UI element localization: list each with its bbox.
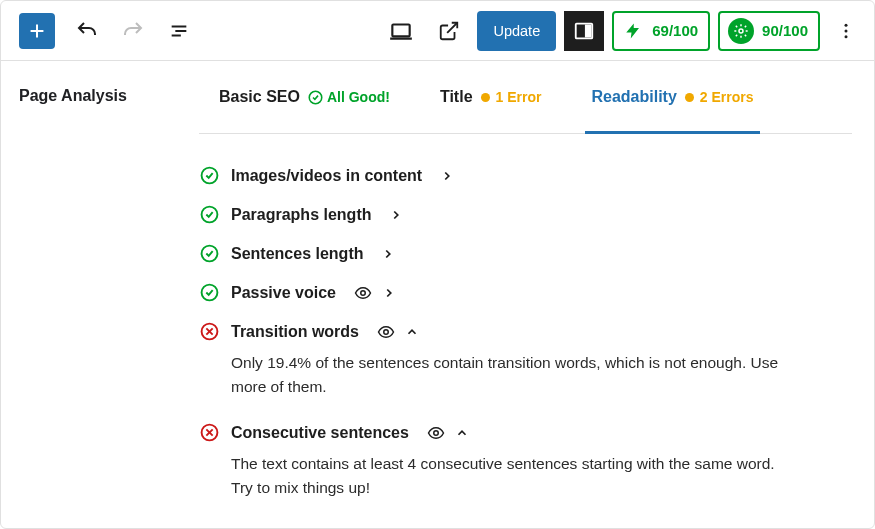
check-circle-icon [308,90,323,105]
svg-point-19 [361,290,366,295]
undo-button[interactable] [67,11,107,51]
check-paragraphs: Paragraphs length [199,195,852,234]
content-score-value: 90/100 [762,22,808,39]
more-options-button[interactable] [828,11,864,51]
expand-toggle[interactable] [389,208,403,222]
check-fail-icon [199,322,219,341]
check-images: Images/videos in content [199,156,852,195]
check-pass-icon [199,205,219,224]
tab-readability-status: 2 Errors [685,89,754,105]
dots-vertical-icon [836,21,856,41]
check-pass-icon [199,283,219,302]
panel-icon [573,20,595,42]
check-consecutive: Consecutive sentences The text contains … [199,413,852,514]
svg-point-11 [845,23,848,26]
check-images-label: Images/videos in content [231,167,422,185]
tab-title-label: Title [440,88,473,106]
list-indent-icon [168,20,190,42]
check-transition-desc: Only 19.4% of the sentences contain tran… [199,341,799,403]
warning-dot-icon [481,93,490,102]
check-transition: Transition words Only 19.4% of the sente… [199,312,852,413]
check-transition-label: Transition words [231,323,359,341]
svg-point-10 [739,29,743,33]
update-button-label: Update [493,23,540,39]
tab-basic-seo-label: Basic SEO [219,88,300,106]
chevron-right-icon [389,208,403,222]
collapse-toggle[interactable] [455,426,469,440]
undo-icon [75,19,99,43]
svg-point-12 [845,29,848,32]
chevron-right-icon [382,286,396,300]
svg-rect-5 [393,24,410,36]
check-paragraphs-label: Paragraphs length [231,206,371,224]
left-sidebar: Page Analysis [1,61,199,528]
chevron-up-icon [405,325,419,339]
update-button[interactable]: Update [477,11,556,51]
eye-icon [377,323,395,341]
gear-circle-icon [728,18,754,44]
open-external-button[interactable] [429,11,469,51]
check-pass-icon [199,166,219,185]
add-block-button[interactable] [19,13,55,49]
tab-readability[interactable]: Readability 2 Errors [591,61,753,133]
redo-icon [121,19,145,43]
check-pass-icon [199,244,219,263]
tab-basic-seo-status: All Good! [308,89,390,105]
preview-device-button[interactable] [381,11,421,51]
tab-title-status: 1 Error [481,89,542,105]
tab-title[interactable]: Title 1 Error [440,61,542,133]
expand-toggle[interactable] [440,169,454,183]
analysis-tabs: Basic SEO All Good! Title 1 Error Readab… [199,61,852,134]
highlight-toggle[interactable] [377,323,395,341]
check-passive: Passive voice [199,273,852,312]
svg-point-23 [384,329,389,334]
chevron-right-icon [381,247,395,261]
check-passive-label: Passive voice [231,284,336,302]
check-fail-icon [199,423,219,442]
svg-point-13 [845,35,848,38]
warning-dot-icon [685,93,694,102]
seo-score-badge[interactable]: 69/100 [612,11,710,51]
document-overview-button[interactable] [159,11,199,51]
plus-icon [26,20,48,42]
check-sentences-label: Sentences length [231,245,363,263]
check-consecutive-label: Consecutive sentences [231,424,409,442]
editor-toolbar: Update 69/100 90/100 [1,1,874,61]
settings-panel-toggle[interactable] [564,11,604,51]
svg-line-7 [448,22,458,32]
expand-toggle[interactable] [381,247,395,261]
check-consecutive-desc: The text contains at least 4 consecutive… [199,442,799,504]
eye-icon [354,284,372,302]
highlight-toggle[interactable] [427,424,445,442]
chevron-up-icon [455,426,469,440]
collapse-toggle[interactable] [405,325,419,339]
redo-button [113,11,153,51]
eye-icon [427,424,445,442]
external-link-icon [438,20,460,42]
readability-checks: Images/videos in content Paragraphs leng… [199,134,852,514]
seo-score-value: 69/100 [652,22,698,39]
check-sentences: Sentences length [199,234,852,273]
expand-toggle[interactable] [382,286,396,300]
content-score-badge[interactable]: 90/100 [718,11,820,51]
svg-rect-9 [585,24,591,37]
page-analysis-title: Page Analysis [19,87,199,105]
tab-readability-label: Readability [591,88,676,106]
highlight-toggle[interactable] [354,284,372,302]
bolt-icon [622,20,644,42]
chevron-right-icon [440,169,454,183]
svg-point-27 [434,430,439,435]
laptop-icon [388,18,414,44]
tab-basic-seo[interactable]: Basic SEO All Good! [219,61,390,133]
